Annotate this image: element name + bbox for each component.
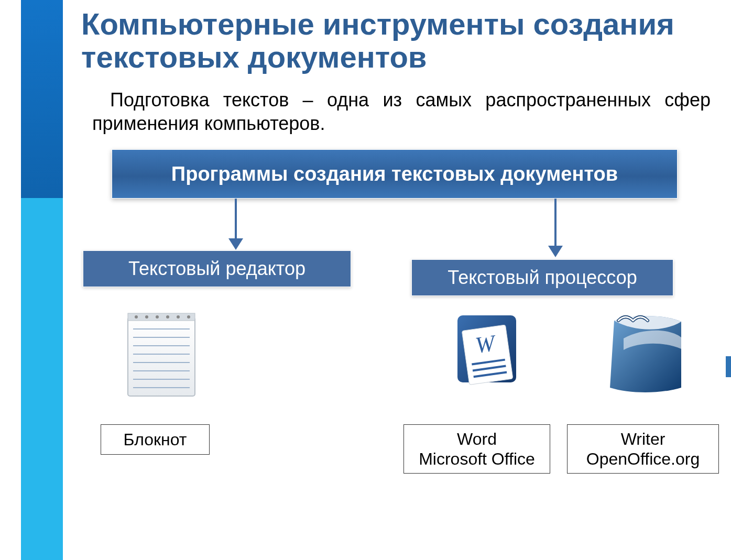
arrow-left-head <box>228 238 243 250</box>
arrow-right <box>554 199 557 246</box>
app-writer-label: Writer OpenOffice.org <box>567 424 719 474</box>
notepad-icon <box>125 311 198 400</box>
app-word-line1: Word <box>457 429 497 449</box>
app-word-line2: Microsoft Office <box>419 449 535 469</box>
side-accent <box>726 356 731 377</box>
side-bar-top <box>21 0 63 198</box>
arrow-left <box>235 199 237 238</box>
branch-text-editor: Текстовый редактор <box>83 250 351 287</box>
svg-point-5 <box>166 315 169 319</box>
svg-point-7 <box>187 315 190 319</box>
app-writer-line2: OpenOffice.org <box>586 449 700 469</box>
svg-point-4 <box>156 315 159 319</box>
svg-rect-1 <box>128 313 195 321</box>
slide-title: Компьютерные инструменты создания тексто… <box>81 8 715 73</box>
slide-subtitle: Подготовка текстов – одна из самых распр… <box>92 88 711 135</box>
app-writer-line1: Writer <box>621 429 665 449</box>
branch-text-processor: Текстовый процессор <box>411 259 673 296</box>
arrow-right-head <box>548 246 563 257</box>
side-bar-bottom <box>21 198 63 560</box>
word-icon: W <box>448 311 527 395</box>
svg-point-3 <box>145 315 148 319</box>
diagram-root: Программы создания текстовых документов <box>112 149 678 199</box>
svg-point-6 <box>177 315 180 319</box>
app-word-label: Word Microsoft Office <box>403 424 550 474</box>
svg-point-2 <box>135 315 138 319</box>
app-notepad-label: Блокнот <box>101 424 210 455</box>
openoffice-writer-icon <box>603 311 686 395</box>
